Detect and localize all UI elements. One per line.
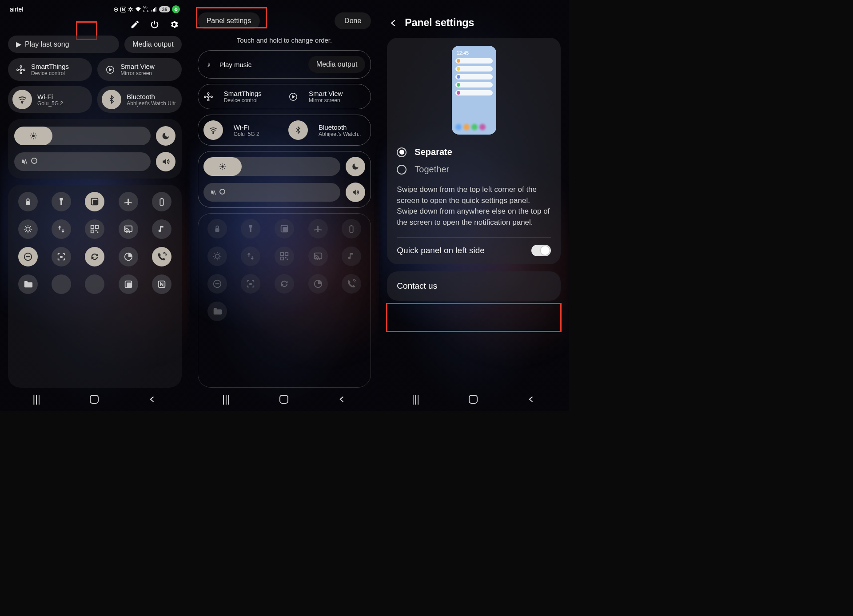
updown-tile[interactable] [241,246,260,266]
qr-tile[interactable] [85,219,104,239]
quick-settings-panel: airtel ⊖ N ✲ VoLTE 36 [0,0,190,411]
qr-tile[interactable] [275,246,294,266]
back-button[interactable] [148,395,157,404]
cast-tile[interactable] [308,246,328,266]
sun-icon [219,163,226,170]
lock-tile[interactable] [207,219,227,238]
updown-tile[interactable] [52,219,71,239]
wifi-tile[interactable]: Wi-FiGolu_5G 2 [203,120,280,140]
multiwindow-tile[interactable] [275,219,294,238]
svg-rect-42 [281,257,283,260]
svg-point-30 [211,96,212,98]
smartthings-tile[interactable]: SmartThingsDevice control [203,90,280,103]
night-mode-button[interactable] [346,157,365,176]
recents-button[interactable]: ||| [222,393,230,405]
svg-point-14 [26,227,30,231]
option-together[interactable]: Together [397,161,551,178]
nav-bar: ||| [387,388,561,411]
wifi-tile[interactable]: Wi-FiGolu_5G 2 [8,86,92,113]
call-volume-tile[interactable] [342,274,361,294]
nfc-tile[interactable] [152,274,171,294]
call-volume-tile[interactable] [152,247,171,266]
lock-tile[interactable] [18,192,38,211]
cast-tile[interactable] [119,219,138,239]
wifi-sub: Golu_5G 2 [37,100,63,107]
battery-tile[interactable] [342,219,361,238]
brightness-slider[interactable] [14,127,151,145]
camera-focus-tile[interactable] [241,274,260,294]
panel-settings-chip[interactable]: Panel settings [198,12,260,29]
back-button[interactable] [527,395,536,404]
home-button[interactable] [279,395,288,404]
play-last-song-button[interactable]: ▶ Play last song [8,36,119,53]
edit-icon[interactable] [130,20,140,29]
svg-rect-11 [93,200,98,205]
gear-icon[interactable] [169,20,179,29]
bluetooth-icon [288,120,308,140]
pie-tile[interactable] [308,274,328,294]
night-mode-button[interactable] [156,126,175,146]
dnd-tile[interactable] [207,274,227,294]
brightness-auto-tile[interactable] [207,246,227,266]
home-button[interactable] [90,395,99,404]
svg-rect-43 [285,257,287,258]
quick-panel-left-row[interactable]: Quick panel on left side [397,245,551,256]
svg-point-39 [215,254,219,258]
back-icon[interactable] [389,18,399,28]
media-output-button[interactable]: Media output [124,36,182,53]
flashlight-tile[interactable] [241,219,260,238]
flashlight-tile[interactable] [52,192,71,211]
sync-tile[interactable] [85,247,104,266]
smartview-sub: Mirror screen [120,70,154,76]
smartview-tile[interactable]: Smart ViewMirror screen [97,58,181,81]
airplane-tile[interactable] [308,219,328,238]
done-button[interactable]: Done [335,12,371,29]
home-button[interactable] [469,395,478,404]
blank-tile[interactable] [52,274,71,294]
panel-top-actions [8,16,182,36]
panel-settings-chip-label: Panel settings [207,17,251,25]
music-tile[interactable] [152,219,171,239]
camera-focus-tile[interactable] [52,247,71,266]
smartview-sub: Mirror screen [309,97,343,103]
back-button[interactable] [338,395,347,404]
blank-tile[interactable] [85,274,104,294]
media-output-button[interactable]: Media output [308,56,366,73]
pie-tile[interactable] [119,247,138,266]
quick-settings-grid [14,192,175,294]
wifi-sub: Golu_5G 2 [234,131,259,137]
svg-rect-15 [91,226,94,228]
option-separate[interactable]: Separate [397,143,551,161]
folder-tile[interactable] [18,274,38,294]
bt-sub: Abhijeet's Watch.. [319,131,361,137]
sound-mode-button[interactable] [346,183,365,202]
folder-tile[interactable] [207,302,227,321]
sync-tile[interactable] [275,274,294,294]
battery-tile[interactable] [152,192,171,211]
svg-rect-37 [350,226,353,233]
volume-slider[interactable]: − [203,183,341,202]
recents-button[interactable]: ||| [33,393,40,405]
bluetooth-tile[interactable]: BluetoothAbhijeet's Watch Ultra [97,86,181,113]
dnd-tile[interactable] [18,247,38,266]
play-music-button[interactable]: ♪ Play music [203,60,303,68]
smartview-tile[interactable]: Smart ViewMirror screen [288,90,365,103]
settings-header: Panel settings [387,4,561,38]
media-output-label: Media output [316,60,358,68]
music-tile[interactable] [342,246,361,266]
airplane-tile[interactable] [119,192,138,211]
svg-rect-45 [314,253,322,259]
multiwindow-tile[interactable] [119,274,138,294]
bluetooth-tile[interactable]: BluetoothAbhijeet's Watch.. [288,120,365,140]
brightness-slider[interactable] [203,157,341,176]
volume-slider[interactable]: − [14,152,151,171]
toggle-switch[interactable] [531,245,551,256]
recents-button[interactable]: ||| [412,393,419,405]
brightness-auto-tile[interactable] [18,219,38,239]
panel-layout-card: 12:45 .phone-preview .bar::before{backgr… [387,38,561,264]
sound-mode-button[interactable] [156,152,175,171]
contact-us-row[interactable]: Contact us [387,271,561,301]
multiwindow-tile[interactable] [85,192,104,211]
smartthings-tile[interactable]: SmartThingsDevice control [8,58,92,81]
power-icon[interactable] [150,20,159,29]
